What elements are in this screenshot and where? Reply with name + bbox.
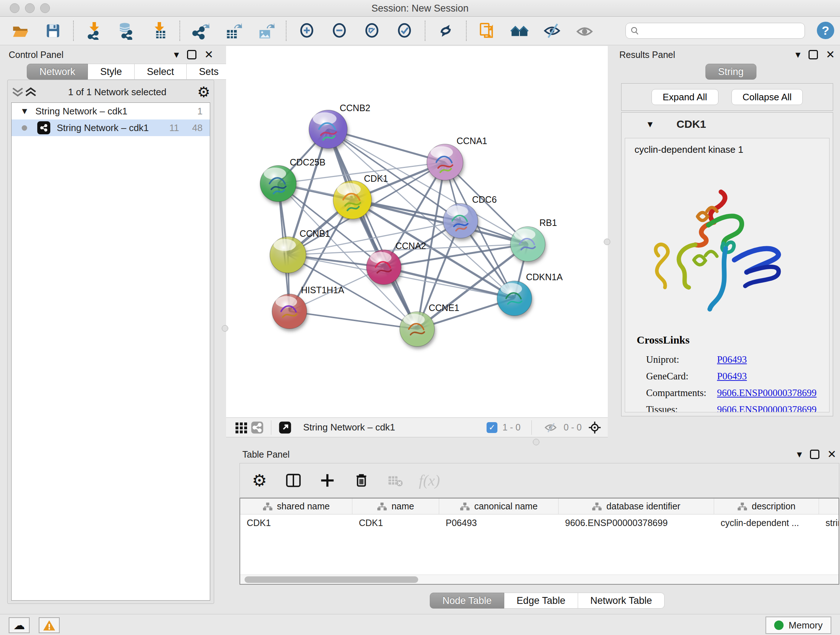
- memory-button[interactable]: Memory: [766, 616, 831, 634]
- network-options-gear-icon[interactable]: ⚙: [197, 85, 210, 99]
- add-column-icon[interactable]: [318, 471, 337, 490]
- search-box[interactable]: [625, 23, 805, 39]
- hide-selected-icon[interactable]: [543, 21, 561, 40]
- network-collection-row[interactable]: ▼ String Network – cdk1 1: [11, 103, 210, 119]
- collapse-all-networks-icon[interactable]: [24, 87, 37, 97]
- crosslink-link[interactable]: P06493: [717, 354, 747, 365]
- tab-select[interactable]: Select: [134, 64, 187, 80]
- zoom-selected-icon[interactable]: [395, 21, 414, 40]
- home-layout-icon[interactable]: [510, 21, 529, 40]
- table-cell[interactable]: stringdb:9...: [819, 515, 839, 531]
- results-panel-close-icon[interactable]: ✕: [826, 49, 835, 60]
- tab-network[interactable]: Network: [27, 64, 88, 80]
- zoom-out-icon[interactable]: [330, 21, 349, 40]
- table-row[interactable]: CDK1CDK1P064939606.ENSP00000378699cyclin…: [240, 515, 838, 531]
- grid-view-icon[interactable]: [233, 420, 249, 435]
- control-panel-close-icon[interactable]: ✕: [204, 49, 213, 60]
- refresh-view-icon[interactable]: [436, 21, 455, 40]
- column-header-shared-name[interactable]: shared name: [240, 499, 352, 514]
- import-network-file-icon[interactable]: [85, 21, 103, 40]
- tab-network-table[interactable]: Network Table: [578, 593, 665, 608]
- cloud-icon: ☁: [13, 618, 25, 632]
- right-splitter-handle[interactable]: [604, 239, 610, 245]
- network-node-count: 11: [169, 122, 179, 134]
- table-panel-close-icon[interactable]: ✕: [827, 449, 836, 460]
- node-CCNB2[interactable]: CCNB2: [309, 103, 370, 149]
- crosslink-link[interactable]: P06493: [717, 371, 747, 382]
- toolbar-group: [286, 21, 425, 40]
- search-input[interactable]: [643, 26, 800, 36]
- hidden-eye-icon: [543, 420, 559, 435]
- zoom-in-icon[interactable]: [297, 21, 316, 40]
- table-cell[interactable]: CDK1: [352, 515, 439, 531]
- import-table-file-icon[interactable]: [150, 21, 169, 40]
- table-cell[interactable]: 9606.ENSP00000378699: [559, 515, 714, 531]
- column-header-id[interactable]: @id: [819, 499, 839, 514]
- tab-style[interactable]: Style: [88, 64, 134, 80]
- expand-all-networks-icon[interactable]: [11, 87, 24, 97]
- crosslink-link[interactable]: 9606.ENSP00000378699: [717, 387, 816, 399]
- node-CDC6[interactable]: CDC6: [443, 195, 497, 238]
- crosslink-link[interactable]: 9606.ENSP00000378699: [717, 404, 816, 413]
- save-session-icon[interactable]: [43, 21, 62, 40]
- table-cell[interactable]: P06493: [439, 515, 559, 531]
- node-CDK1[interactable]: CDK1: [333, 173, 388, 219]
- table-horizontal-scrollbar[interactable]: [240, 575, 838, 584]
- tab-string[interactable]: String: [706, 64, 756, 80]
- control-panel-float-icon[interactable]: [187, 50, 196, 59]
- results-panel-float-icon[interactable]: [808, 50, 818, 59]
- results-panel-menu-icon[interactable]: ▾: [796, 50, 801, 60]
- table-panel-float-icon[interactable]: [810, 450, 819, 459]
- column-header-database-identifier[interactable]: database identifier: [559, 499, 714, 514]
- node-CCNA1[interactable]: CCNA1: [427, 136, 487, 180]
- copy-documents-icon[interactable]: [477, 21, 496, 40]
- help-button[interactable]: ?: [817, 22, 834, 39]
- import-network-database-icon[interactable]: [117, 21, 136, 40]
- table-settings-gear-icon[interactable]: ⚙: [250, 471, 269, 490]
- node-RB1[interactable]: RB1: [510, 218, 557, 261]
- fit-selected-crosshair-icon[interactable]: [587, 420, 603, 435]
- collapse-all-button[interactable]: Collapse All: [731, 89, 803, 105]
- show-columns-icon[interactable]: [284, 471, 303, 490]
- selected-checkbox-icon[interactable]: ✓: [486, 422, 497, 433]
- protein-collapse-icon[interactable]: ▾: [647, 119, 653, 129]
- memory-status-dot: [774, 621, 783, 630]
- collection-expand-icon[interactable]: ▼: [20, 106, 29, 116]
- node-label-RB1: RB1: [539, 218, 557, 228]
- column-header-name[interactable]: name: [352, 499, 439, 514]
- network-badge-icon[interactable]: [249, 420, 265, 435]
- export-network-icon[interactable]: [191, 21, 210, 40]
- tab-node-table[interactable]: Node Table: [430, 593, 504, 608]
- open-in-new-window-icon[interactable]: [277, 420, 293, 435]
- bottom-splitter-handle[interactable]: [533, 439, 539, 445]
- tab-edge-table[interactable]: Edge Table: [504, 593, 578, 608]
- control-panel-menu-icon[interactable]: ▾: [174, 50, 179, 60]
- column-header-canonical-name[interactable]: canonical name: [439, 499, 559, 514]
- table-cell[interactable]: cyclin-dependent ...: [714, 515, 819, 531]
- expand-all-button[interactable]: Expand All: [652, 89, 718, 105]
- protein-description: cyclin-dependent kinase 1: [635, 144, 829, 155]
- open-session-icon[interactable]: [11, 21, 30, 40]
- warnings-button[interactable]: [39, 617, 60, 633]
- left-splitter-handle[interactable]: [222, 325, 228, 332]
- edge-HIST1H1A-CCNE1[interactable]: [289, 311, 417, 329]
- node-CCNB1[interactable]: CCNB1: [270, 228, 330, 273]
- show-all-icon[interactable]: [575, 21, 594, 40]
- edge-CCNA2-CDKN1A[interactable]: [384, 267, 515, 298]
- export-image-icon[interactable]: [256, 21, 275, 40]
- tab-sets[interactable]: Sets: [187, 64, 231, 80]
- delete-column-trash-icon[interactable]: [352, 471, 371, 490]
- cloud-status-button[interactable]: ☁: [9, 617, 30, 633]
- network-canvas[interactable]: CCNB2 CCNA1 CDC25B CDK1 CDC6 RB1 CCNB1 C…: [226, 46, 608, 417]
- table-cell[interactable]: CDK1: [240, 515, 352, 531]
- node-HIST1H1A[interactable]: HIST1H1A: [272, 285, 344, 329]
- table-scrollbar-thumb[interactable]: [245, 576, 418, 583]
- column-header-description[interactable]: description: [714, 499, 819, 514]
- node-CDKN1A[interactable]: CDKN1A: [497, 272, 563, 316]
- node-table[interactable]: shared namenamecanonical namedatabase id…: [240, 498, 839, 585]
- export-table-icon[interactable]: [224, 21, 242, 40]
- table-panel-menu-icon[interactable]: ▾: [797, 449, 802, 459]
- zoom-fit-icon[interactable]: [363, 21, 381, 40]
- crosslink-label: Compartments:: [637, 387, 717, 399]
- network-row[interactable]: String Network – cdk1 11 48: [11, 119, 210, 136]
